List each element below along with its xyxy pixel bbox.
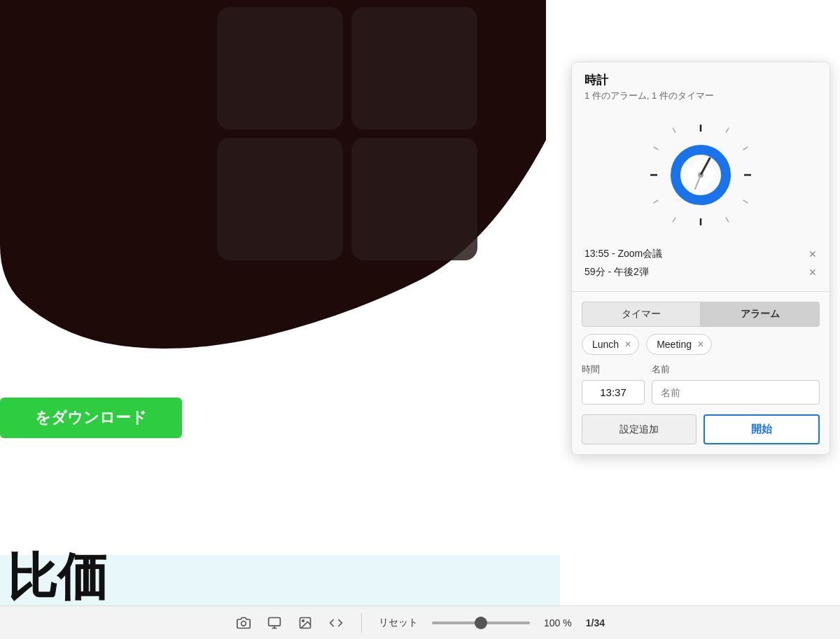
chip-lunch-label: Lunch [592, 339, 619, 350]
svg-line-13 [726, 218, 729, 223]
form-area: 時間 名前 設定追加 開始 [572, 363, 830, 454]
time-input[interactable] [582, 380, 645, 405]
alarm-text-1: 13:55 - Zoom会議 [584, 248, 662, 260]
svg-line-11 [743, 147, 748, 150]
popup-header: 時計 1 件のアラーム, 1 件のタイマー [572, 62, 830, 106]
download-button-label: をダウンロード [35, 407, 147, 428]
zoom-slider[interactable] [432, 622, 530, 624]
alarm-list: 13:55 - Zoom会議 ✕ 59分 - 午後2弾 ✕ [572, 241, 830, 291]
zoom-slider-thumb[interactable] [475, 617, 487, 629]
page-number: 1/34 [586, 617, 605, 629]
svg-line-12 [743, 200, 748, 203]
monitor-icon[interactable] [266, 615, 283, 631]
chip-meeting-close[interactable]: ✕ [697, 339, 704, 349]
popup-title: 時計 [584, 72, 817, 88]
svg-line-10 [726, 128, 729, 133]
chip-lunch-close[interactable]: ✕ [624, 339, 631, 349]
image-icon[interactable] [297, 615, 314, 631]
chips-row: Lunch ✕ Meeting ✕ [572, 334, 830, 363]
name-input[interactable] [652, 380, 820, 405]
alarm-text-2: 59分 - 午後2弾 [584, 266, 649, 279]
svg-line-17 [673, 128, 676, 133]
clock-face-wrap [572, 106, 830, 241]
price-label: 比価 [7, 544, 108, 611]
tile-2 [351, 7, 477, 129]
time-label: 時間 [582, 363, 645, 376]
taskbar-divider [361, 613, 362, 633]
svg-line-15 [654, 200, 659, 203]
svg-rect-1 [269, 617, 281, 626]
zoom-slider-wrap [432, 622, 530, 624]
svg-line-14 [673, 218, 676, 223]
svg-line-16 [654, 147, 659, 150]
popup-subtitle: 1 件のアラーム, 1 件のタイマー [584, 90, 817, 102]
alarm-close-1[interactable]: ✕ [808, 248, 817, 260]
svg-point-0 [241, 621, 246, 626]
clock-face [645, 119, 757, 231]
taskbar: リセット 100 % 1/34 [0, 605, 840, 639]
form-inputs [582, 380, 820, 405]
download-button[interactable]: をダウンロード [0, 398, 182, 438]
tab-timer[interactable]: タイマー [582, 302, 701, 327]
svg-point-5 [302, 619, 304, 622]
btn-row: 設定追加 開始 [582, 414, 820, 444]
tab-row: タイマー アラーム [572, 292, 830, 334]
start-button[interactable]: 開始 [704, 414, 820, 444]
alarm-item-1: 13:55 - Zoom会議 ✕ [584, 245, 817, 263]
clock-popup: 時計 1 件のアラーム, 1 件のタイマー [571, 62, 830, 455]
name-label: 名前 [652, 363, 670, 376]
alarm-close-2[interactable]: ✕ [808, 267, 817, 278]
grid-tiles [217, 7, 477, 260]
chip-lunch: Lunch ✕ [582, 334, 639, 355]
chip-meeting: Meeting ✕ [646, 334, 712, 355]
form-labels: 時間 名前 [582, 363, 820, 376]
tile-4 [351, 138, 477, 260]
tile-1 [217, 7, 343, 129]
tab-alarm[interactable]: アラーム [701, 302, 820, 327]
zoom-label: 100 % [544, 617, 572, 629]
tile-3 [217, 138, 343, 260]
alarm-item-2: 59分 - 午後2弾 ✕ [584, 263, 817, 281]
reset-label[interactable]: リセット [379, 617, 418, 629]
chip-meeting-label: Meeting [657, 339, 692, 350]
camera-icon[interactable] [235, 615, 252, 631]
code-icon[interactable] [328, 615, 344, 631]
add-button[interactable]: 設定追加 [582, 414, 696, 444]
